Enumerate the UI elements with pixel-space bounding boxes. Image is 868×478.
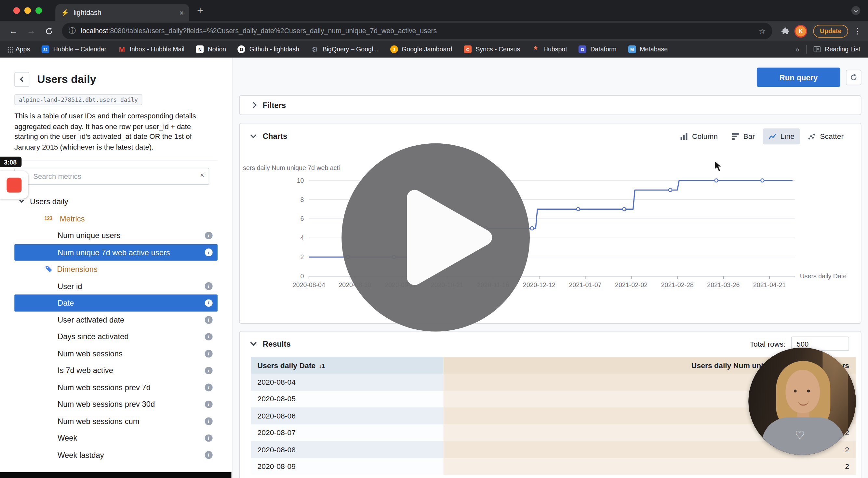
- tab-close-icon[interactable]: ×: [179, 8, 184, 16]
- dimension-label: Week: [58, 434, 78, 442]
- svg-text:2021-02-28: 2021-02-28: [661, 281, 694, 288]
- chevron-down-icon[interactable]: [250, 132, 256, 138]
- dimension-item[interactable]: Num web sessions prev 7d i: [14, 379, 218, 396]
- bookmark-github-lightdash[interactable]: GGithub - lightdash: [238, 45, 299, 53]
- chart-type-group: Column Bar Line Scatter: [674, 128, 849, 144]
- chart-type-column[interactable]: Column: [674, 128, 723, 144]
- minimize-window-button[interactable]: [24, 7, 31, 14]
- info-icon[interactable]: i: [205, 384, 212, 391]
- run-query-button[interactable]: Run query: [757, 68, 840, 87]
- dimension-item[interactable]: Week i: [14, 429, 218, 446]
- reading-list-button[interactable]: Reading List: [813, 45, 861, 53]
- back-button[interactable]: [14, 72, 29, 87]
- date-cell: 2020-08-09: [251, 458, 443, 475]
- metric-item[interactable]: Num unique users i: [14, 227, 218, 244]
- table-row[interactable]: 2020-08-09 2: [251, 458, 856, 475]
- filters-header[interactable]: Filters: [240, 96, 861, 115]
- new-tab-button[interactable]: +: [197, 5, 203, 17]
- bookmark-notion[interactable]: NNotion: [196, 45, 226, 53]
- info-icon[interactable]: i: [205, 282, 212, 290]
- webcam-person-face: [785, 370, 820, 413]
- tab-search-button[interactable]: [851, 6, 860, 15]
- charts-card: Charts Column Bar Line: [239, 123, 861, 324]
- bookmark-hubble-mail[interactable]: MInbox - Hubble Mail: [118, 45, 184, 53]
- info-icon[interactable]: i: [205, 333, 212, 341]
- charts-header: Charts Column Bar Line: [240, 124, 861, 146]
- table-header-date[interactable]: Users daily Date↓1: [251, 357, 443, 374]
- url-bar[interactable]: ⓘ localhost:8080/tables/users_daily?fiel…: [62, 23, 772, 39]
- chart-type-label: Bar: [743, 132, 755, 140]
- browser-menu-icon[interactable]: ⋮: [854, 27, 862, 35]
- date-cell: 2020-08-04: [251, 374, 443, 390]
- metric-item[interactable]: Num unique 7d web active users i: [14, 244, 218, 261]
- bookmark-label: Apps: [16, 46, 30, 52]
- dataform-favicon: D: [579, 45, 586, 53]
- bookmark-jamboard[interactable]: JGoogle Jamboard: [390, 45, 452, 53]
- chart-type-label: Line: [780, 132, 795, 140]
- clear-search-icon[interactable]: ×: [200, 171, 204, 180]
- dimension-item[interactable]: Num web sessions i: [14, 345, 218, 362]
- stop-recording-button[interactable]: [6, 178, 22, 192]
- dimension-label: Date: [58, 298, 74, 307]
- refresh-query-button[interactable]: [846, 70, 862, 85]
- info-icon[interactable]: i: [205, 248, 212, 256]
- svg-text:2021-04-21: 2021-04-21: [753, 281, 786, 288]
- bookmark-metabase[interactable]: MMetabase: [628, 45, 668, 53]
- extensions-button[interactable]: [778, 27, 792, 35]
- reload-button[interactable]: [41, 23, 57, 39]
- play-button[interactable]: [341, 144, 530, 332]
- bookmark-dataform[interactable]: DDataform: [579, 45, 616, 53]
- apps-grid-icon: [8, 47, 9, 48]
- dimension-item[interactable]: Num web sessions prev 30d i: [14, 396, 218, 413]
- info-icon[interactable]: i: [205, 367, 212, 374]
- bookmark-hubspot[interactable]: *Hubspot: [532, 46, 567, 52]
- tree-root-label: Users daily: [30, 197, 68, 206]
- bookmark-label: Syncs - Census: [475, 46, 520, 52]
- info-icon[interactable]: i: [205, 417, 212, 425]
- dimension-item[interactable]: Date i: [14, 295, 218, 312]
- dimension-item[interactable]: Week lastday i: [14, 446, 218, 464]
- bookmark-census[interactable]: CSyncs - Census: [464, 45, 520, 53]
- back-button[interactable]: ←: [5, 23, 21, 39]
- chevron-down-icon[interactable]: [250, 340, 256, 346]
- update-button[interactable]: Update: [813, 25, 848, 37]
- shirt-heart-icon: ♡: [795, 428, 805, 442]
- info-icon[interactable]: i: [205, 434, 212, 442]
- dimension-item[interactable]: User id i: [14, 278, 218, 295]
- info-icon[interactable]: i: [205, 231, 212, 239]
- info-icon[interactable]: i: [205, 316, 212, 323]
- bookmark-hubble-calendar[interactable]: 31Hubble – Calendar: [42, 45, 106, 53]
- bookmark-label: Reading List: [825, 46, 860, 52]
- calendar-favicon: 31: [42, 45, 50, 53]
- info-icon[interactable]: i: [205, 350, 212, 357]
- chart-type-line[interactable]: Line: [763, 128, 800, 144]
- search-metrics-input[interactable]: [14, 168, 209, 185]
- page-title: Users daily: [37, 73, 96, 86]
- bookmark-apps[interactable]: Apps: [8, 46, 30, 52]
- info-icon[interactable]: i: [205, 401, 212, 408]
- webcam-bubble[interactable]: ♡: [748, 348, 856, 455]
- svg-text:2021-03-26: 2021-03-26: [707, 281, 740, 288]
- dimension-item[interactable]: Num web sessions cum i: [14, 413, 218, 429]
- bookmark-bigquery[interactable]: ⚙BigQuery – Googl...: [311, 45, 378, 53]
- bookmarks-overflow-chevron[interactable]: »: [796, 45, 799, 54]
- chart-type-bar[interactable]: Bar: [725, 128, 761, 144]
- page-info-icon[interactable]: ⓘ: [69, 26, 76, 36]
- tree-root-item[interactable]: Users daily: [0, 193, 232, 210]
- profile-avatar[interactable]: K: [795, 25, 807, 37]
- table-row[interactable]: 2020-08-08 2: [251, 441, 856, 458]
- filters-title: Filters: [263, 101, 286, 109]
- bookmark-star-icon[interactable]: ☆: [759, 27, 766, 35]
- dimension-label: Num web sessions prev 30d: [58, 400, 155, 408]
- dimension-item[interactable]: User activated date i: [14, 311, 218, 328]
- info-icon[interactable]: i: [205, 451, 212, 458]
- dimension-label: Week lastday: [58, 450, 104, 459]
- close-window-button[interactable]: [13, 7, 20, 14]
- dimension-item[interactable]: Days since activated i: [14, 328, 218, 345]
- play-icon: [341, 144, 530, 332]
- browser-tab[interactable]: ⚡ lightdash ×: [55, 4, 189, 21]
- dimension-item[interactable]: Is 7d web active i: [14, 362, 218, 379]
- zoom-window-button[interactable]: [35, 7, 42, 14]
- chart-type-scatter[interactable]: Scatter: [802, 128, 849, 144]
- info-icon[interactable]: i: [205, 299, 212, 307]
